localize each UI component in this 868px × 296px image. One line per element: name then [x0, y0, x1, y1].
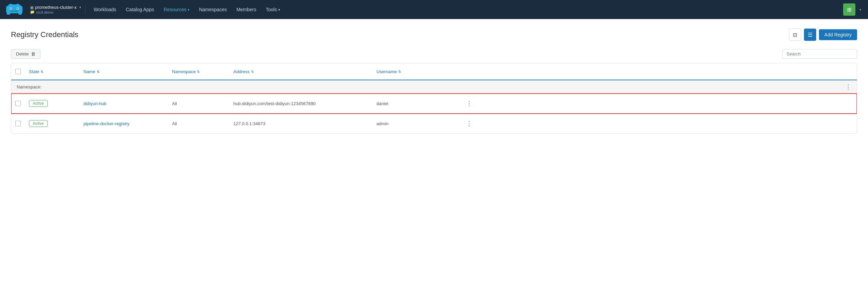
- cluster-selector[interactable]: ▣ prometheus-cluster-x ▾ 📁 cicd-demo: [26, 5, 86, 14]
- rancher-logo-icon: [5, 3, 23, 16]
- row2-state-badge: Active: [29, 120, 48, 127]
- row1-more-button[interactable]: ⋮: [461, 98, 477, 109]
- col-namespace[interactable]: Namespace ⇅: [168, 67, 229, 76]
- project-name-text: cicd-demo: [36, 10, 53, 14]
- list-view-button[interactable]: ☰: [804, 29, 816, 41]
- row2-name-link[interactable]: pipeline-docker-registry: [83, 121, 129, 126]
- header-actions: ⊟ ☰ Add Registry: [789, 29, 857, 41]
- avatar-dropdown-arrow[interactable]: ▾: [858, 5, 863, 14]
- delete-button[interactable]: Delete 🗑: [11, 49, 41, 59]
- nav-links: Workloads Catalog Apps Resources ▾ Names…: [87, 4, 843, 15]
- address-sort-icon: ⇅: [251, 70, 254, 73]
- project-icon: 📁: [30, 10, 35, 14]
- row1-namespace-cell: All: [168, 99, 229, 108]
- card-view-icon: ⊟: [793, 32, 797, 38]
- nav-workloads[interactable]: Workloads: [90, 4, 120, 15]
- nav-members[interactable]: Members: [232, 4, 260, 15]
- name-sort-icon: ⇅: [97, 70, 99, 73]
- col-actions: [461, 67, 477, 76]
- cluster-name-text: prometheus-cluster-x: [35, 5, 77, 10]
- namespace-group-more-button[interactable]: ⋮: [845, 83, 851, 91]
- state-sort-icon: ⇅: [41, 70, 43, 73]
- svg-point-2: [10, 4, 12, 6]
- username-sort-icon: ⇅: [398, 70, 401, 73]
- header-checkbox[interactable]: [15, 69, 21, 74]
- col-name-label: Name: [83, 69, 95, 74]
- row1-name-link[interactable]: didiyun-hub: [83, 101, 106, 106]
- table-header: State ⇅ Name ⇅ Namespace ⇅ Address ⇅ Use…: [11, 63, 857, 80]
- nav-resources[interactable]: Resources ▾: [159, 4, 193, 15]
- cluster-name: ▣ prometheus-cluster-x ▾: [30, 5, 81, 10]
- table-row: Active pipeline-docker-registry All 127.…: [11, 114, 857, 133]
- avatar-icon: ⊞: [847, 5, 851, 14]
- col-address[interactable]: Address ⇅: [229, 67, 372, 76]
- page-header: Registry Credentials ⊟ ☰ Add Registry: [11, 29, 857, 41]
- svg-point-9: [17, 8, 18, 9]
- cluster-icon: ▣: [30, 5, 34, 10]
- col-state[interactable]: State ⇅: [25, 67, 79, 76]
- nav-tools[interactable]: Tools ▾: [262, 4, 284, 15]
- delete-label: Delete: [16, 51, 29, 56]
- tools-dropdown-arrow: ▾: [278, 8, 280, 12]
- row1-state-cell: Active: [25, 98, 79, 109]
- col-name[interactable]: Name ⇅: [79, 67, 168, 76]
- registry-table: State ⇅ Name ⇅ Namespace ⇅ Address ⇅ Use…: [11, 63, 857, 134]
- svg-rect-10: [10, 11, 18, 12]
- topnav: ▣ prometheus-cluster-x ▾ 📁 cicd-demo Wor…: [0, 0, 868, 19]
- row1-address-cell: hub.didiyun.com/test-didiyun-1234567890: [229, 99, 372, 108]
- namespace-sort-icon: ⇅: [197, 70, 200, 73]
- svg-point-8: [11, 8, 12, 9]
- row2-state-cell: Active: [25, 118, 79, 129]
- toolbar: Delete 🗑: [11, 49, 857, 59]
- nav-namespaces[interactable]: Namespaces: [195, 4, 231, 15]
- row1-name-cell: didiyun-hub: [79, 99, 168, 108]
- svg-rect-4: [7, 12, 10, 15]
- list-view-icon: ☰: [808, 32, 812, 38]
- col-state-label: State: [29, 69, 39, 74]
- select-all-checkbox[interactable]: [11, 67, 25, 76]
- row2-username-cell: admin: [372, 119, 461, 128]
- row1-state-badge: Active: [29, 100, 48, 107]
- row1-username-cell: daniel: [372, 99, 461, 108]
- row2-checkbox-cell[interactable]: [11, 119, 25, 128]
- svg-rect-5: [18, 12, 22, 15]
- row1-checkbox-cell[interactable]: [11, 99, 25, 108]
- resources-dropdown-arrow: ▾: [188, 8, 189, 12]
- row2-address-cell: 127.0.0.1:34873: [229, 119, 372, 128]
- logo[interactable]: [5, 3, 23, 16]
- col-username-label: Username: [376, 69, 397, 74]
- search-input[interactable]: [782, 49, 857, 59]
- add-registry-button[interactable]: Add Registry: [819, 29, 857, 40]
- col-address-label: Address: [233, 69, 250, 74]
- user-avatar[interactable]: ⊞: [843, 3, 855, 16]
- namespace-group-label: Namespace:: [17, 84, 42, 89]
- namespace-group-row: Namespace: ⋮: [11, 80, 857, 94]
- delete-trash-icon: 🗑: [31, 51, 35, 56]
- page-title: Registry Credentials: [11, 30, 78, 39]
- row2-namespace-cell: All: [168, 119, 229, 128]
- table-row: Active didiyun-hub All hub.didiyun.com/t…: [11, 94, 857, 114]
- nav-right: ⊞ ▾: [843, 3, 863, 16]
- project-name: 📁 cicd-demo: [30, 10, 81, 14]
- svg-point-3: [16, 4, 19, 6]
- nav-catalog-apps[interactable]: Catalog Apps: [122, 4, 158, 15]
- row2-more-button[interactable]: ⋮: [461, 118, 477, 129]
- card-view-button[interactable]: ⊟: [789, 29, 801, 41]
- row2-checkbox[interactable]: [15, 121, 21, 126]
- row1-checkbox[interactable]: [15, 101, 21, 106]
- main-content: Registry Credentials ⊟ ☰ Add Registry De…: [0, 19, 868, 143]
- col-username[interactable]: Username ⇅: [372, 67, 461, 76]
- col-namespace-label: Namespace: [172, 69, 196, 74]
- row2-name-cell: pipeline-docker-registry: [79, 119, 168, 128]
- cluster-dropdown-arrow: ▾: [79, 5, 81, 9]
